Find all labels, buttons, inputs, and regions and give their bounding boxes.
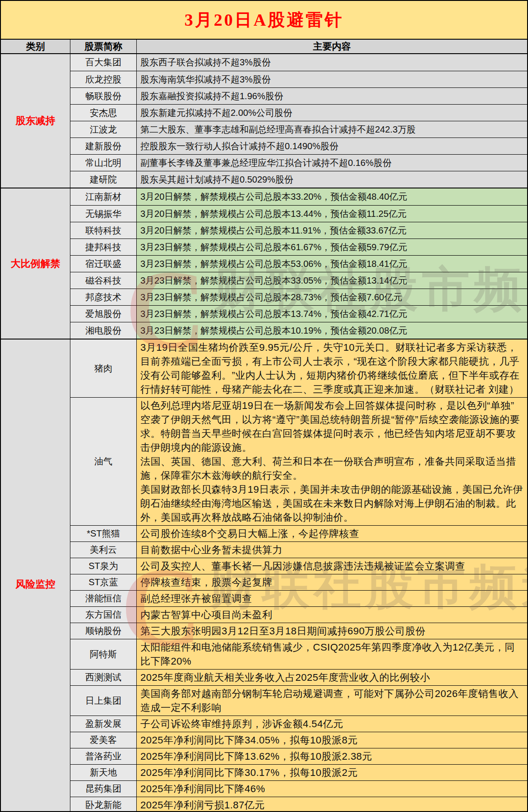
table-row: 昆药集团2025年净利润同比下降46% — [70, 780, 527, 797]
stock-name-cell: 欣龙控股 — [70, 71, 137, 87]
section-rows: 百大集团股东西子联合拟减持不超3%股份欣龙控股股东海南筑华拟减持不超3%股份畅联… — [70, 54, 527, 188]
table-row: 爱旭股份3月23日解禁，解禁规模占公司总股本13.74%，预估金额42.71亿元 — [70, 305, 527, 322]
table-row: 盈新发展子公司诉讼终审维持原判，涉诉金额4.54亿元 — [70, 716, 527, 732]
page-title: 3月20日A股避雷针 — [185, 9, 343, 32]
content-cell: 3月19日全国生猪均价跌至9.95元/公斤，失守10元关口。财联社记者多方采访获… — [137, 339, 527, 397]
content-cell: 公司及实控人、董事长褚一凡因涉嫌信息披露违法违规被证监会立案调查 — [137, 558, 527, 574]
content-cell: 以色列总理内塔尼亚胡19日在一场新闻发布会上回答媒体提问时称，是以色列“单独”空… — [137, 398, 527, 525]
content-cell: 股东新建元拟减持不超2.00%公司股份 — [137, 105, 527, 121]
stock-name-cell: 日上集团 — [70, 686, 137, 716]
table-row: 百大集团股东西子联合拟减持不超3%股份 — [70, 54, 527, 71]
content-cell: 目前数据中心业务暂未提供算力 — [137, 542, 527, 558]
stock-name-cell: 东方国信 — [70, 607, 137, 623]
stock-name-cell: ST泉为 — [70, 558, 137, 574]
content-cell: 副总经理张卉被留置调查 — [137, 591, 527, 606]
stock-name-cell: 爱美客 — [70, 732, 137, 748]
header-stock: 股票简称 — [70, 40, 137, 53]
stock-name-cell: 磁谷科技 — [70, 272, 137, 289]
table-row: 油气以色列总理内塔尼亚胡19日在一场新闻发布会上回答媒体提问时称，是以色列“单独… — [70, 397, 527, 525]
content-cell: 3月23日解禁，解禁规模占公司总股本10.19%，预估金额20.08亿元 — [137, 322, 527, 339]
table-row: 卧龙新能2025年净利润亏损1.87亿元 — [70, 797, 527, 812]
stock-name-cell: 常山北明 — [70, 155, 137, 171]
stock-name-cell: 建研院 — [70, 171, 137, 188]
stock-name-cell: 宿迁联盛 — [70, 256, 137, 272]
content-cell: 第二大股东、董事李志雄和副总经理高喜春拟合计减持不超242.3万股 — [137, 121, 527, 138]
content-cell: 3月23日解禁，解禁规模占公司总股本13.74%，预估金额42.71亿元 — [137, 306, 527, 322]
content-cell: 股东西子联合拟减持不超3%股份 — [137, 54, 527, 71]
content-cell: 2025年净利润同比下降46% — [137, 781, 527, 797]
table-row: 磁谷科技3月23日解禁，解禁规模占公司总股本33.05%，预估金额13.14亿元 — [70, 272, 527, 289]
content-cell: 公司股价连续8个交易日大幅上涨，今起停牌核查 — [137, 526, 527, 541]
table-row: *ST熊猫公司股价连续8个交易日大幅上涨，今起停牌核查 — [70, 525, 527, 541]
content-cell: 美国商务部对越南部分钢制车轮启动规避调查，可能对下属孙公司2026年度销售收入造… — [137, 686, 527, 716]
table-row: 联特科技3月20日解禁，解禁规模占公司总股本11.91%，预估金额33.67亿元 — [70, 222, 527, 239]
content-cell: 股东嘉融投资拟减持不超1.96%股份 — [137, 88, 527, 104]
stock-name-cell: 昆药集团 — [70, 781, 137, 797]
content-cell: 3月20日解禁，解禁规模占公司总股本13.44%，预估金额11.25亿元 — [137, 206, 527, 222]
stock-name-cell: 百大集团 — [70, 54, 137, 71]
content-cell: 2025年净利润同比下降34.05%，拟每10股派8元 — [137, 732, 527, 748]
table-row: 潜能恒信副总经理张卉被留置调查 — [70, 590, 527, 606]
content-cell: 2025年净利润同比下降30.17%，拟每10股派2元 — [137, 765, 527, 780]
table-row: 建研院股东吴其超计划减持不超0.5029%股份 — [70, 171, 527, 188]
content-cell: 3月23日解禁，解禁规模占公司总股本53.06%，预估金额18.41亿元 — [137, 256, 527, 272]
stock-name-cell: 卧龙新能 — [70, 797, 137, 812]
content-cell: 子公司诉讼终审维持原判，涉诉金额4.54亿元 — [137, 716, 527, 732]
content-cell: 2025年净利润亏损1.87亿元 — [137, 797, 527, 812]
section-rows: 江南新材3月20日解禁，解禁规模占公司总股本33.20%，预估金额48.40亿元… — [70, 188, 527, 339]
stock-name-cell: 捷邦科技 — [70, 239, 137, 255]
table-row: 江波龙第二大股东、董事李志雄和副总经理高喜春拟合计减持不超242.3万股 — [70, 121, 527, 138]
table-row: 捷邦科技3月23日解禁，解禁规模占公司总股本61.67%，预估金额59.79亿元 — [70, 239, 527, 255]
stock-name-cell: ST京蓝 — [70, 574, 137, 590]
table-row: 爱美客2025年净利润同比下降34.05%，拟每10股派8元 — [70, 732, 527, 748]
stock-name-cell: 顺钠股份 — [70, 623, 137, 639]
table-row: 阿特斯太阳能组件和电池储能系统销售减少，CSIQ2025年第四季度净收入为12亿… — [70, 639, 527, 669]
table-row: 建新股份控股股东一致行动人拟合计减持不超0.1490%股份 — [70, 138, 527, 154]
content-cell: 3月23日解禁，解禁规模占公司总股本33.05%，预估金额13.14亿元 — [137, 272, 527, 289]
title-bar: 3月20日A股避雷针 — [1, 1, 527, 40]
content-cell: 停牌核查结束，股票今起复牌 — [137, 574, 527, 590]
section-rows: 猪肉3月19日全国生猪均价跌至9.95元/公斤，失守10元关口。财联社记者多方采… — [70, 339, 527, 812]
stock-name-cell: 盈新发展 — [70, 716, 137, 732]
content-cell: 3月23日解禁，解禁规模占公司总股本28.73%，预估金额7.60亿元 — [137, 289, 527, 305]
content-cell: 3月20日解禁，解禁规模占公司总股本33.20%，预估金额48.40亿元 — [137, 188, 527, 205]
table-row: 猪肉3月19日全国生猪均价跌至9.95元/公斤，失守10元关口。财联社记者多方采… — [70, 339, 527, 397]
category-cell: 风险监控 — [1, 339, 70, 812]
table-header: 类别 股票简称 主要内容 — [1, 40, 527, 54]
header-category: 类别 — [1, 40, 70, 53]
table-row: ST泉为公司及实控人、董事长褚一凡因涉嫌信息披露违法违规被证监会立案调查 — [70, 558, 527, 574]
stock-name-cell: 联特科技 — [70, 222, 137, 239]
content-cell: 3月23日解禁，解禁规模占公司总股本61.67%，预估金额59.79亿元 — [137, 239, 527, 255]
section: 风险监控猪肉3月19日全国生猪均价跌至9.95元/公斤，失守10元关口。财联社记… — [1, 339, 527, 812]
header-content: 主要内容 — [137, 40, 527, 53]
stock-name-cell: 西测测试 — [70, 670, 137, 685]
table-row: 日上集团美国商务部对越南部分钢制车轮启动规避调查，可能对下属孙公司2026年度销… — [70, 685, 527, 716]
table-row: 宿迁联盛3月23日解禁，解禁规模占公司总股本53.06%，预估金额18.41亿元 — [70, 255, 527, 272]
category-cell: 大比例解禁 — [1, 188, 70, 339]
stock-name-cell: 潜能恒信 — [70, 591, 137, 606]
content-cell: 控股股东一致行动人拟合计减持不超0.1490%股份 — [137, 138, 527, 154]
table-row: 湘电股份3月23日解禁，解禁规模占公司总股本10.19%，预估金额20.08亿元 — [70, 322, 527, 339]
content-cell: 副董事长李锋及董事兼总经理应华江拟合计减持不超0.16%股份 — [137, 155, 527, 171]
table-row: 常山北明副董事长李锋及董事兼总经理应华江拟合计减持不超0.16%股份 — [70, 154, 527, 171]
risk-alert-table: 3月20日A股避雷针 类别 股票简称 主要内容 股东减持百大集团股东西子联合拟减… — [0, 0, 528, 812]
stock-name-cell: 无锡振华 — [70, 206, 137, 222]
stock-name-cell: 猪肉 — [70, 339, 137, 397]
content-cell: 太阳能组件和电池储能系统销售减少，CSIQ2025年第四季度净收入为12亿美元，… — [137, 639, 527, 669]
table-row: 畅联股份股东嘉融投资拟减持不超1.96%股份 — [70, 87, 527, 104]
stock-name-cell: *ST熊猫 — [70, 526, 137, 541]
content-cell: 内蒙古智算中心项目尚未盈利 — [137, 607, 527, 623]
stock-name-cell: 江南新材 — [70, 188, 137, 205]
table-row: 美利云目前数据中心业务暂未提供算力 — [70, 541, 527, 558]
content-cell: 股东吴其超计划减持不超0.5029%股份 — [137, 171, 527, 188]
table-row: 安杰思股东新建元拟减持不超2.00%公司股份 — [70, 104, 527, 121]
table-row: 普洛药业2025年净利润同比下降13.62%，拟每10股派2.38元 — [70, 748, 527, 764]
stock-name-cell: 新天地 — [70, 765, 137, 780]
table-row: 顺钠股份第三大股东张明园3月12日至3月18日期间减持690万股公司股份 — [70, 623, 527, 639]
content-cell: 第三大股东张明园3月12日至3月18日期间减持690万股公司股份 — [137, 623, 527, 639]
stock-name-cell: 邦彦技术 — [70, 289, 137, 305]
table-row: 江南新材3月20日解禁，解禁规模占公司总股本33.20%，预估金额48.40亿元 — [70, 188, 527, 205]
stock-name-cell: 爱旭股份 — [70, 306, 137, 322]
stock-name-cell: 阿特斯 — [70, 639, 137, 669]
section: 大比例解禁江南新材3月20日解禁，解禁规模占公司总股本33.20%，预估金额48… — [1, 188, 527, 339]
